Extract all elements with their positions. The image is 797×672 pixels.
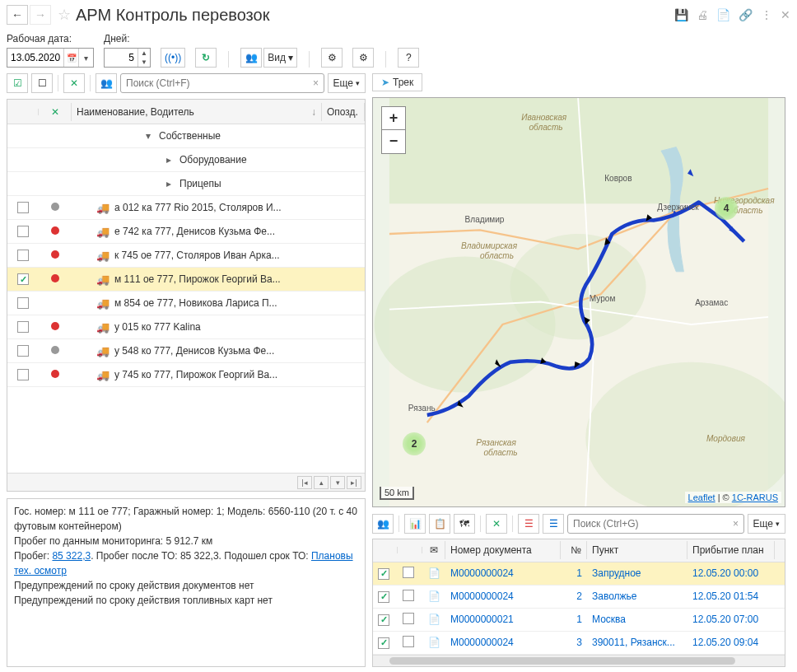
vehicle-row[interactable]: 🚚е 742 ка 777, Денисов Кузьма Фе...: [7, 220, 365, 244]
doc-search-box[interactable]: ×: [567, 514, 744, 534]
row-checkbox[interactable]: [17, 250, 29, 261]
favorite-icon[interactable]: ☆: [58, 6, 71, 24]
vehicle-row[interactable]: 🚚м 111 ое 777, Пирожок Георгий Ва...: [7, 268, 365, 292]
doc-checkbox-2[interactable]: [403, 636, 414, 647]
tbl-first[interactable]: |◂: [297, 476, 312, 489]
tbl-last[interactable]: ▸|: [347, 476, 361, 489]
point-column-header[interactable]: Пункт: [587, 541, 687, 559]
leaflet-link[interactable]: Leaflet: [688, 492, 715, 502]
search-box[interactable]: ×: [120, 73, 324, 93]
doc-chart-button[interactable]: 📊: [404, 514, 426, 534]
document-row[interactable]: 📄М00000000243390011, Рязанск...12.05.20 …: [373, 632, 785, 655]
doc-search-clear[interactable]: ×: [729, 518, 743, 530]
doc-point: Запрудное: [587, 564, 687, 582]
rarus-link[interactable]: 1C-RARUS: [732, 492, 778, 502]
documents-table: ✉ Номер документа № Пункт Прибытие план …: [372, 539, 785, 667]
filter-button[interactable]: ✕: [63, 73, 85, 93]
users-icon[interactable]: 👥: [240, 48, 262, 68]
close-icon[interactable]: ✕: [781, 8, 790, 21]
horizontal-scrollbar[interactable]: [373, 655, 785, 666]
date-dropdown-icon[interactable]: ▾: [78, 49, 93, 67]
days-field[interactable]: [105, 50, 137, 65]
vehicle-row[interactable]: 🚚у 015 ко 777 Kalina: [7, 315, 365, 339]
tbl-next[interactable]: ▾: [330, 476, 345, 489]
days-label: Дней:: [104, 33, 151, 44]
doc-list2-button[interactable]: ☰: [543, 514, 564, 534]
search-clear[interactable]: ×: [309, 77, 324, 89]
document-row[interactable]: 📄М00000000241Запрудное12.05.20 00:00: [373, 562, 785, 586]
name-column-header[interactable]: Наименование, Водитель↓: [72, 103, 322, 121]
doc-checkbox-1[interactable]: [378, 614, 389, 626]
menu-icon[interactable]: ⋮: [761, 8, 772, 21]
row-checkbox[interactable]: [17, 345, 29, 357]
more-button[interactable]: Еще▾: [328, 73, 366, 93]
doc-checkbox-2[interactable]: [403, 590, 414, 601]
days-spinner[interactable]: ▲ ▼: [104, 48, 151, 68]
row-checkbox[interactable]: [17, 273, 29, 285]
map-marker-2[interactable]: 2: [403, 432, 426, 455]
forward-button[interactable]: →: [30, 5, 51, 25]
track-button[interactable]: ➤ Трек: [372, 73, 422, 91]
group-own[interactable]: ▾Собственные: [7, 124, 365, 148]
mileage-link[interactable]: 85 322,3: [52, 550, 91, 562]
date-field[interactable]: [7, 50, 63, 65]
row-checkbox[interactable]: [17, 321, 29, 333]
save-icon[interactable]: 💾: [674, 8, 688, 21]
doc-search-input[interactable]: [568, 516, 729, 531]
date-input[interactable]: 📅 ▾: [7, 48, 94, 68]
num-column-header[interactable]: №: [561, 541, 587, 559]
doc-checkbox-2[interactable]: [403, 567, 414, 578]
days-down[interactable]: ▼: [138, 58, 150, 67]
doc-column-header[interactable]: Номер документа: [445, 541, 561, 559]
back-button[interactable]: ←: [7, 5, 28, 25]
vehicle-row[interactable]: 🚚к 745 ое 777, Столяров Иван Арка...: [7, 244, 365, 268]
vehicle-row[interactable]: 🚚у 745 ко 777, Пирожок Георгий Ва...: [7, 363, 365, 387]
group-equipment[interactable]: ▸Оборудование: [7, 148, 365, 172]
row-checkbox[interactable]: [17, 202, 29, 213]
calendar-icon[interactable]: 📅: [63, 49, 78, 67]
search-input[interactable]: [121, 76, 309, 91]
late-column-header[interactable]: Опозд.: [322, 103, 365, 121]
doc-map-button[interactable]: 🗺: [454, 514, 475, 534]
vehicle-row[interactable]: 🚚а 012 ка 777 Rio 2015, Столяров И...: [7, 196, 365, 220]
days-up[interactable]: ▲: [138, 49, 150, 58]
doc-filter-button[interactable]: ✕: [486, 514, 507, 534]
arrival-column-header[interactable]: Прибытие план: [687, 541, 775, 559]
print-icon[interactable]: 🖨: [697, 8, 708, 21]
help-button[interactable]: ?: [398, 48, 419, 68]
doc-checkbox-1[interactable]: [378, 637, 389, 649]
view-button[interactable]: Вид ▾: [263, 48, 297, 68]
report-icon[interactable]: 📄: [716, 8, 730, 21]
row-checkbox[interactable]: [17, 369, 29, 380]
group-button[interactable]: 👥: [96, 73, 117, 93]
document-row[interactable]: 📄М00000000242Заволжье12.05.20 01:54: [373, 586, 785, 609]
zoom-out-button[interactable]: −: [382, 130, 405, 153]
map-marker-4[interactable]: 4: [715, 197, 738, 220]
zoom-in-button[interactable]: +: [382, 107, 405, 130]
check-all-button[interactable]: ☑: [7, 73, 28, 93]
doc-checkbox-2[interactable]: [403, 613, 414, 624]
doc-list1-button[interactable]: ☰: [518, 514, 539, 534]
row-checkbox[interactable]: [17, 297, 29, 309]
document-row[interactable]: 📄М00000000211Москва12.05.20 07:00: [373, 609, 785, 632]
map[interactable]: Ивановская область Ковров Дзержинск Влад…: [372, 97, 785, 508]
link-icon[interactable]: 🔗: [739, 8, 753, 21]
vehicle-name: 🚚у 548 ко 777, Денисов Кузьма Фе...: [72, 342, 322, 361]
tbl-prev[interactable]: ▴: [314, 476, 329, 489]
vehicle-row[interactable]: 🚚м 854 ое 777, Новикова Лариса П...: [7, 292, 365, 315]
settings2-button[interactable]: ⚙: [352, 48, 374, 68]
group-trailers[interactable]: ▸Прицепы: [7, 172, 365, 196]
row-checkbox[interactable]: [17, 226, 29, 237]
signal-button[interactable]: ((•)): [161, 48, 185, 68]
doc-detail-button[interactable]: 📋: [429, 514, 450, 534]
refresh-button[interactable]: ↻: [195, 48, 217, 68]
doc-checkbox-1[interactable]: [378, 568, 389, 580]
label-vladimir: Владимир: [465, 215, 505, 224]
uncheck-all-button[interactable]: ☐: [31, 73, 53, 93]
settings1-button[interactable]: ⚙: [321, 48, 343, 68]
vehicle-row[interactable]: 🚚у 548 ко 777, Денисов Кузьма Фе...: [7, 339, 365, 363]
doc-users-button[interactable]: 👥: [372, 514, 394, 534]
vehicle-table: ✕ Наименование, Водитель↓ Опозд. ▾Собств…: [7, 99, 366, 492]
doc-more-button[interactable]: Еще▾: [748, 514, 785, 534]
doc-checkbox-1[interactable]: [378, 591, 389, 603]
